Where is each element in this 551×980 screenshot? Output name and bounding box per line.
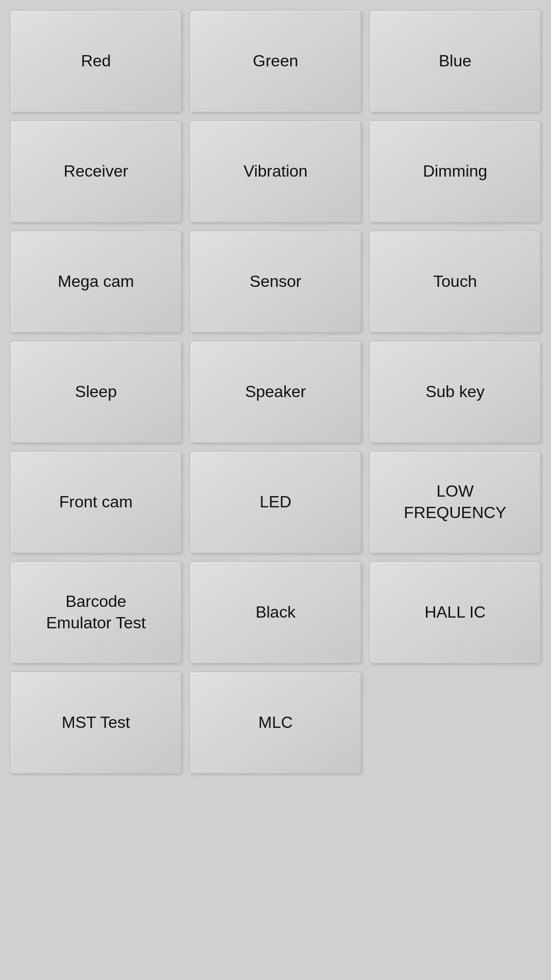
- button-label-blue: Blue: [439, 51, 471, 72]
- button-front-cam[interactable]: Front cam: [10, 451, 182, 553]
- button-led[interactable]: LED: [190, 451, 361, 553]
- button-label-mlc: MLC: [258, 712, 293, 733]
- button-low-frequency[interactable]: LOWFREQUENCY: [369, 451, 541, 553]
- button-label-black: Black: [256, 602, 295, 623]
- button-touch[interactable]: Touch: [369, 231, 541, 333]
- button-green[interactable]: Green: [190, 10, 361, 112]
- button-label-vibration: Vibration: [243, 161, 308, 182]
- button-label-barcode-emulator-test: BarcodeEmulator Test: [46, 591, 145, 633]
- button-vibration[interactable]: Vibration: [190, 120, 361, 223]
- button-label-hall-ic: HALL IC: [424, 602, 486, 623]
- button-label-sleep: Sleep: [75, 381, 117, 403]
- button-hall-ic[interactable]: HALL IC: [369, 561, 541, 664]
- button-label-touch: Touch: [433, 271, 477, 292]
- button-label-speaker: Speaker: [245, 381, 306, 403]
- button-label-green: Green: [253, 51, 298, 72]
- button-barcode-emulator-test[interactable]: BarcodeEmulator Test: [10, 561, 182, 664]
- button-label-sub-key: Sub key: [425, 381, 485, 403]
- button-label-red: Red: [81, 51, 111, 72]
- button-label-led: LED: [260, 492, 291, 513]
- button-blue[interactable]: Blue: [369, 10, 541, 112]
- button-mega-cam[interactable]: Mega cam: [10, 231, 182, 333]
- button-sub-key[interactable]: Sub key: [369, 341, 541, 443]
- button-black[interactable]: Black: [190, 561, 361, 664]
- button-label-mst-test: MST Test: [62, 712, 130, 733]
- button-dimming[interactable]: Dimming: [369, 120, 541, 223]
- button-receiver[interactable]: Receiver: [10, 120, 182, 223]
- button-sleep[interactable]: Sleep: [10, 341, 182, 443]
- button-mst-test[interactable]: MST Test: [10, 672, 182, 774]
- button-label-front-cam: Front cam: [59, 492, 133, 513]
- button-speaker[interactable]: Speaker: [190, 341, 361, 443]
- button-mlc[interactable]: MLC: [190, 672, 361, 774]
- button-red[interactable]: Red: [10, 10, 182, 112]
- button-label-dimming: Dimming: [423, 161, 487, 182]
- button-label-low-frequency: LOWFREQUENCY: [404, 481, 507, 523]
- button-grid: RedGreenBlueReceiverVibrationDimmingMega…: [10, 10, 541, 774]
- button-sensor[interactable]: Sensor: [190, 231, 361, 333]
- button-label-mega-cam: Mega cam: [58, 271, 134, 292]
- button-label-receiver: Receiver: [64, 161, 128, 182]
- button-label-sensor: Sensor: [249, 271, 301, 292]
